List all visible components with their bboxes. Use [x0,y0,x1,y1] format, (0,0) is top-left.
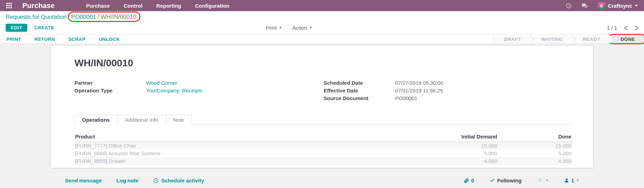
chatter-actions: Send message Log note Schedule activity [65,178,204,183]
chevron-down-icon [635,5,638,7]
app-brand[interactable]: Purchase [22,2,55,10]
tab-operations[interactable]: Operations [74,115,117,125]
product-cell: [FURN_7777] Office Chair [74,142,390,150]
operation-type-link[interactable]: YourCompany: Receipts [146,87,202,94]
partner-link[interactable]: Wood Corner [146,79,177,87]
attachment-count: 0 [471,178,474,183]
status-step-done[interactable]: DONE [609,35,644,44]
action-dropdown[interactable]: Action [292,25,312,31]
table-row: [FURN_8855] Drawer 4.000 4.000 [74,157,573,165]
chevron-down-icon [576,180,579,181]
print-action-group: Print Action [266,25,312,31]
clock-icon [153,178,159,183]
breadcrumb-separator: / [67,14,71,20]
attachments-button[interactable]: 0 [464,178,474,183]
breadcrumb-separator: / [96,14,101,20]
nav-menu: Purchase Control Reporting Configuration [86,3,229,9]
initial-demand-cell: 15.000 [390,142,499,150]
messages-chat-icon[interactable] [581,2,588,9]
tab-additional-info[interactable]: Additional Info [117,115,166,125]
action-dropdown-label: Action [292,25,307,31]
print-dropdown[interactable]: Print [266,25,282,31]
form-statusbar: PRINT RETURN SCRAP UNLOCK DRAFT WAITING … [0,34,644,44]
edit-button[interactable]: EDIT [6,24,27,32]
nav-item-control[interactable]: Control [124,3,142,9]
nav-item-configuration[interactable]: Configuration [195,3,229,9]
column-header-initial-demand: Initial Demand [390,133,499,142]
product-cell: [FURN_6666] Acoustic Bloc Screens [74,150,390,157]
nav-item-purchase[interactable]: Purchase [86,3,110,9]
schedule-activity-button[interactable]: Schedule activity [153,178,204,183]
print-dropdown-label: Print [266,25,277,31]
person-icon [564,178,569,183]
field-operation-type: Operation Type YourCompany: Receipts [74,87,324,94]
done-cell: 15.000 [499,142,573,150]
status-step-waiting[interactable]: WAITING [530,35,572,44]
user-menu[interactable]: S Craftsync [598,2,638,9]
nav-item-reporting[interactable]: Reporting [156,3,181,9]
form-sheet: WH/IN/00010 Partner Wood Corner Operatio… [51,45,593,168]
following-button[interactable]: Following [490,178,522,183]
pager-previous-icon[interactable]: < [624,24,628,32]
status-pipeline: DRAFT WAITING READY DONE [493,35,644,44]
pager-next-icon[interactable]: > [635,24,638,32]
breadcrumb-current: WH/IN/00010 [101,14,136,20]
effective-date-value: 07/31/2019 11:56:25 [395,87,443,94]
apps-grid-icon[interactable] [6,3,12,8]
initial-demand-cell: 5.000 [390,150,499,157]
field-groups: Partner Wood Corner Operation Type YourC… [74,79,573,102]
user-avatar: S [598,2,605,9]
notebook-tabs: Operations Additional Info Note [74,115,573,125]
pager-count: 1 / 1 [607,25,617,31]
initial-demand-cell: 4.000 [390,157,499,165]
chevron-down-icon [279,27,282,29]
breadcrumb-parent[interactable]: PO00001 [71,14,96,20]
tab-note[interactable]: Note [166,115,192,125]
top-navbar: Purchase Purchase Control Reporting Conf… [0,0,644,11]
breadcrumb-root[interactable]: Requests for Quotation [6,14,67,20]
breadcrumb: Requests for Quotation/PO00001/WH/IN/000… [6,13,638,21]
field-column-left: Partner Wood Corner Operation Type YourC… [74,79,324,102]
return-button[interactable]: RETURN [35,37,55,42]
user-name: Craftsync [608,3,632,9]
follower-count: 1 [571,178,574,183]
field-label: Effective Date [324,87,395,94]
operations-table: Product Initial Demand Done [FURN_7777] … [74,133,573,165]
chatter-followers-group: 0 Following 1 [464,178,579,183]
field-effective-date: Effective Date 07/31/2019 11:56:25 [324,87,573,94]
unlock-button[interactable]: UNLOCK [99,37,120,42]
table-row: [FURN_7777] Office Chair 15.000 15.000 [74,142,573,150]
followers-button[interactable]: 1 [564,178,579,183]
scheduled-date-value: 07/27/2019 05:30:00 [395,79,443,87]
content-area: WH/IN/00010 Partner Wood Corner Operatio… [0,45,644,188]
scrap-button[interactable]: SCRAP [68,37,85,42]
paperclip-icon [464,178,469,183]
notification-toggle[interactable] [537,178,549,183]
create-button[interactable]: CREATE [34,25,54,30]
navbar-right: S Craftsync [566,2,638,9]
breadcrumb-annotation: PO00001/WH/IN/00010 [71,13,137,21]
following-label: Following [497,178,522,183]
record-title: WH/IN/00010 [74,58,573,69]
done-cell: 5.000 [499,150,573,157]
check-icon [490,178,495,183]
bell-icon [537,178,543,183]
table-row: [FURN_6666] Acoustic Bloc Screens 5.000 … [74,150,573,157]
activities-clock-icon[interactable] [566,3,572,9]
chatter-bar: Send message Log note Schedule activity … [65,178,579,183]
source-document-value: PO00001 [395,95,417,102]
status-step-ready[interactable]: READY [572,35,609,44]
field-column-right: Scheduled Date 07/27/2019 05:30:00 Effec… [324,79,573,102]
send-message-button[interactable]: Send message [65,178,102,183]
field-label: Partner [74,79,146,87]
field-label: Scheduled Date [324,79,395,87]
table-header-row: Product Initial Demand Done [74,133,573,142]
product-cell: [FURN_8855] Drawer [74,157,390,165]
print-button[interactable]: PRINT [6,37,21,42]
statusbar-buttons: PRINT RETURN SCRAP UNLOCK [0,35,120,44]
field-partner: Partner Wood Corner [74,79,324,87]
field-label: Source Document [324,95,395,102]
column-header-product: Product [74,133,390,142]
log-note-button[interactable]: Log note [116,178,138,183]
status-step-draft[interactable]: DRAFT [493,35,530,44]
